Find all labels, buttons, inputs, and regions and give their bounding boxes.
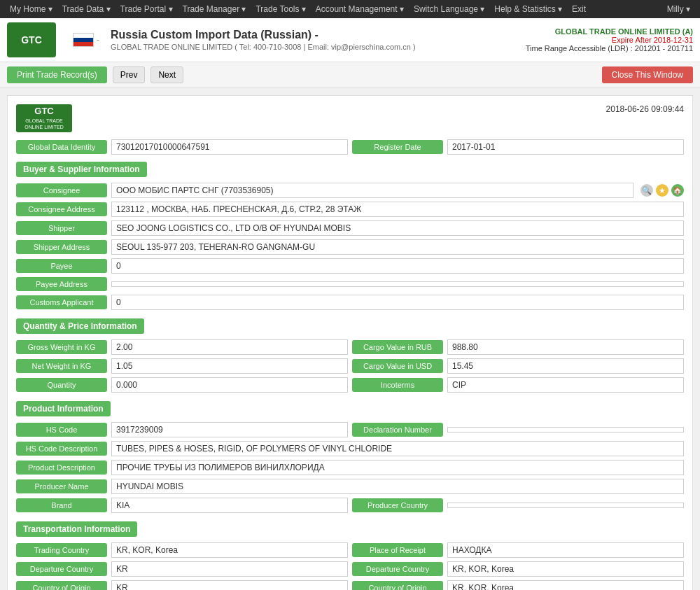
payee-row: Payee 0 <box>16 258 684 274</box>
nav-trade-data[interactable]: Trade Data ▾ <box>58 3 115 15</box>
trading-country-row: Trading Country KR, KOR, Korea Place of … <box>16 542 684 558</box>
shipper-address-label: Shipper Address <box>16 240 107 254</box>
producer-name-value: HYUNDAI MOBIS <box>111 479 684 494</box>
time-range: Time Range Accessible (LDR) : 201201 - 2… <box>526 44 693 52</box>
nav-help-statistics[interactable]: Help & Statistics ▾ <box>490 3 566 15</box>
departure-country2-label: Departure Country <box>352 562 443 576</box>
product-section: Product Information HS Code 3917239009 D… <box>16 401 684 513</box>
identity-row: Global Data Identity 7301201701000064759… <box>16 139 684 155</box>
shipper-row: Shipper SEO JOONG LOGISTICS CO., LTD O/B… <box>16 220 684 236</box>
net-weight-value: 1.05 <box>111 358 348 374</box>
nav-trade-tools[interactable]: Trade Tools ▾ <box>251 3 309 15</box>
close-button-top[interactable]: Close This Window <box>602 66 693 83</box>
country-origin-value: KR <box>111 580 348 590</box>
consignee-label: Consignee <box>16 183 107 197</box>
buyer-supplier-section: Buyer & Supplier Information Consignee О… <box>16 162 684 310</box>
top-action-bar: Print Trade Record(s) Prev Next Close Th… <box>0 62 700 88</box>
nav-exit[interactable]: Exit <box>568 3 590 15</box>
card-gtc-logo: GTC GLOBAL TRADE ONLINE LIMITED <box>16 104 72 132</box>
quantity-row: Quantity 0.000 Incoterms CIP <box>16 377 684 393</box>
quantity-col: Quantity 0.000 <box>16 377 348 393</box>
print-button-top[interactable]: Print Trade Record(s) <box>7 66 107 83</box>
product-desc-label: Product Description <box>16 461 107 475</box>
incoterms-col: Incoterms CIP <box>352 377 684 393</box>
place-receipt-label: Place of Receipt <box>352 543 443 557</box>
hs-desc-row: HS Code Description TUBES, PIPES & HOSES… <box>16 441 684 456</box>
record-timestamp: 2018-06-26 09:09:44 <box>606 104 684 114</box>
buyer-supplier-title: Buyer & Supplier Information <box>16 162 147 177</box>
gross-weight-label: Gross Weight in KG <box>16 340 107 354</box>
declaration-col: Declaration Number <box>352 422 684 437</box>
nav-trade-manager[interactable]: Trade Manager ▾ <box>178 3 251 15</box>
incoterms-label: Incoterms <box>352 378 443 392</box>
departure-country-row: Departure Country KR Departure Country K… <box>16 561 684 577</box>
net-weight-label: Net Weight in KG <box>16 359 107 373</box>
payee-address-value <box>111 281 684 287</box>
consignee-address-label: Consignee Address <box>16 202 107 216</box>
producer-country-label: Producer Country <box>352 498 443 512</box>
hs-code-label: HS Code <box>16 423 107 437</box>
payee-address-label: Payee Address <box>16 277 107 291</box>
quantity-price-section: Quantity & Price Information Gross Weigh… <box>16 318 684 393</box>
product-desc-value: ПРОЧИЕ ТРУБЫ ИЗ ПОЛИМЕРОВ ВИНИЛХЛОРИДА <box>111 460 684 475</box>
producer-country-value <box>447 503 684 508</box>
identity-value: 73012017010000647591 <box>111 139 348 155</box>
card-header: GTC GLOBAL TRADE ONLINE LIMITED 2018-06-… <box>16 104 684 132</box>
nav-my-home[interactable]: My Home ▾ <box>6 3 57 15</box>
cargo-rub-value: 988.80 <box>447 339 684 355</box>
star-icon[interactable]: ★ <box>656 184 668 197</box>
prev-button-top[interactable]: Prev <box>113 66 146 83</box>
payee-address-row: Payee Address <box>16 277 684 291</box>
country-origin2-col: Country of Origin KR, KOR, Korea <box>352 580 684 590</box>
net-weight-col: Net Weight in KG 1.05 <box>16 358 348 374</box>
nav-account-management[interactable]: Account Management ▾ <box>312 3 408 15</box>
product-desc-row: Product Description ПРОЧИЕ ТРУБЫ ИЗ ПОЛИ… <box>16 460 684 475</box>
shipper-label: Shipper <box>16 221 107 235</box>
hs-desc-value: TUBES, PIPES & HOSES, RIGID, OF POLYMERS… <box>111 441 684 456</box>
declaration-label: Declaration Number <box>352 423 443 437</box>
country-origin-label: Country of Origin <box>16 581 107 590</box>
cargo-usd-value: 15.45 <box>447 358 684 374</box>
trading-country-label: Trading Country <box>16 543 107 557</box>
consignee-address-row: Consignee Address 123112 , МОСКВА, НАБ. … <box>16 202 684 217</box>
record-card: GTC GLOBAL TRADE ONLINE LIMITED 2018-06-… <box>7 95 693 590</box>
identity-label: Global Data Identity <box>16 140 107 154</box>
transport-section: Transportation Information Trading Count… <box>16 521 684 590</box>
license-company: GLOBAL TRADE ONLINE LIMITED (A) <box>526 27 693 36</box>
gross-weight-row: Gross Weight in KG 2.00 Cargo Value in R… <box>16 339 684 355</box>
header-bar: GTC - Russia Custom Import Data (Russian… <box>0 18 700 62</box>
departure-country2-value: KR, KOR, Korea <box>447 561 684 577</box>
user-menu[interactable]: Milly ▾ <box>663 3 694 15</box>
transport-title: Transportation Information <box>16 521 137 537</box>
brand-value: KIA <box>111 498 348 513</box>
consignee-actions: 🔍 ★ 🏠 <box>640 184 684 197</box>
shipper-value: SEO JOONG LOGISTICS CO., LTD O/B OF HYUN… <box>111 220 684 236</box>
search-icon[interactable]: 🔍 <box>640 184 653 197</box>
country-origin-col: Country of Origin KR <box>16 580 348 590</box>
cargo-usd-col: Cargo Value in USD 15.45 <box>352 358 684 374</box>
nav-switch-language[interactable]: Switch Language ▾ <box>410 3 489 15</box>
departure-country-col: Departure Country KR <box>16 561 348 577</box>
trading-country-col: Trading Country KR, KOR, Korea <box>16 542 348 558</box>
consignee-row: Consignee ООО МОБИС ПАРТС СНГ (770353690… <box>16 183 684 198</box>
company-info: GLOBAL TRADE ONLINE LIMITED ( Tel: 400-7… <box>111 43 526 51</box>
gross-weight-col: Gross Weight in KG 2.00 <box>16 339 348 355</box>
declaration-value <box>447 427 684 433</box>
page-title: Russia Custom Import Data (Russian) - <box>111 29 526 41</box>
shipper-address-value: SEOUL 135-977 203, TEHERAN-RO GANGNAM-GU <box>111 239 684 255</box>
russia-flag <box>73 33 94 47</box>
departure-country-label: Departure Country <box>16 562 107 576</box>
hs-code-value: 3917239009 <box>111 422 348 437</box>
nav-trade-portal[interactable]: Trade Portal ▾ <box>116 3 177 15</box>
customs-applicant-label: Customs Applicant <box>16 295 107 309</box>
departure-country-value: KR <box>111 561 348 577</box>
brand-label: Brand <box>16 498 107 512</box>
quantity-label: Quantity <box>16 378 107 392</box>
next-button-top[interactable]: Next <box>150 66 183 83</box>
place-receipt-col: Place of Receipt НАХОДКА <box>352 542 684 558</box>
top-navigation: My Home ▾ Trade Data ▾ Trade Portal ▾ Tr… <box>0 0 700 18</box>
flag-separator: - <box>97 35 99 45</box>
hs-code-col: HS Code 3917239009 <box>16 422 348 437</box>
home-icon[interactable]: 🏠 <box>671 184 684 197</box>
main-content: GTC GLOBAL TRADE ONLINE LIMITED 2018-06-… <box>0 88 700 590</box>
